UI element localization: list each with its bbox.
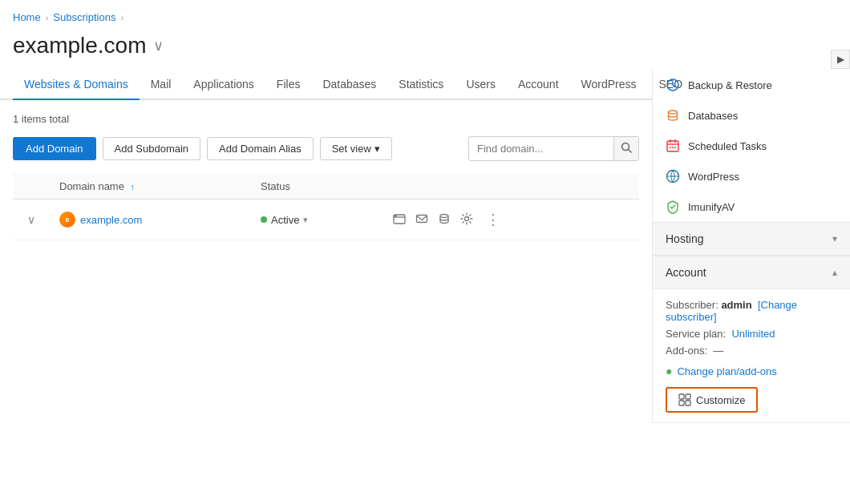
sidebar: Backup & Restore Databases	[652, 70, 850, 423]
hosting-chevron-icon: ▾	[832, 233, 837, 244]
row-expand-button[interactable]: ∨	[22, 212, 40, 228]
mail-icon[interactable]	[415, 212, 428, 228]
sidebar-item-databases-label: Databases	[688, 110, 738, 122]
search-input[interactable]	[469, 138, 613, 159]
breadcrumb: Home › Subscriptions ›	[0, 0, 850, 30]
row-actions-cell: ⋮	[383, 200, 639, 240]
domain-name-link[interactable]: example.com	[80, 214, 142, 226]
svg-point-7	[669, 111, 678, 114]
add-domain-button[interactable]: Add Domain	[13, 137, 96, 160]
status-dropdown-icon: ▾	[303, 215, 308, 225]
wordpress-icon	[666, 169, 680, 183]
search-button[interactable]	[613, 137, 638, 160]
svg-point-10	[672, 147, 674, 148]
sidebar-collapse-button[interactable]: ▶	[831, 50, 850, 69]
sidebar-item-backup-label: Backup & Restore	[688, 79, 772, 91]
account-section-label: Account	[666, 266, 706, 279]
sidebar-item-wordpress[interactable]: WordPress	[653, 161, 850, 192]
svg-point-9	[670, 147, 671, 148]
customize-button[interactable]: Customize	[666, 387, 758, 413]
search-icon	[621, 142, 632, 153]
tab-files[interactable]: Files	[265, 70, 312, 100]
svg-point-11	[674, 147, 676, 148]
row-status-cell: Active ▾	[251, 200, 382, 240]
status-dot-icon	[261, 216, 267, 223]
page-title-dropdown-icon[interactable]: ∨	[153, 37, 164, 54]
sidebar-item-scheduled-tasks[interactable]: Scheduled Tasks	[653, 131, 850, 161]
status-badge[interactable]: Active ▾	[261, 214, 373, 226]
tab-websites-domains[interactable]: Websites & Domains	[13, 70, 140, 100]
table-header-domain-name[interactable]: Domain name ↑	[50, 174, 251, 200]
sidebar-account-section: Account ▴ Subscriber: admin [Change subs…	[653, 256, 850, 423]
set-view-arrow-icon: ▾	[374, 143, 380, 155]
sidebar-item-imunifyav[interactable]: ImunifyAV	[653, 192, 850, 222]
change-plan-icon: ●	[666, 365, 672, 377]
subscriber-name: admin	[721, 299, 751, 311]
database-icon[interactable]	[438, 212, 451, 228]
breadcrumb-sep-1: ›	[46, 13, 49, 22]
toolbar: Add Domain Add Subdomain Add Domain Alia…	[13, 136, 639, 161]
svg-rect-13	[679, 394, 684, 399]
settings-icon[interactable]	[460, 212, 473, 228]
backup-icon	[666, 78, 680, 92]
subscriber-label: Subscriber:	[666, 299, 718, 311]
breadcrumb-home[interactable]: Home	[13, 11, 41, 23]
content-area: Websites & Domains Mail Applications Fil…	[0, 70, 652, 423]
tab-statistics[interactable]: Statistics	[387, 70, 455, 100]
tab-mail[interactable]: Mail	[140, 70, 183, 100]
svg-point-5	[464, 216, 468, 220]
tab-databases[interactable]: Databases	[311, 70, 387, 100]
set-view-button[interactable]: Set view ▾	[320, 137, 392, 160]
account-section-header[interactable]: Account ▴	[653, 256, 850, 289]
customize-row: Customize	[666, 381, 837, 413]
addons-value: —	[713, 345, 723, 357]
sidebar-hosting-section: Hosting ▾	[653, 223, 850, 256]
tab-account[interactable]: Account	[507, 70, 570, 100]
service-plan-link[interactable]: Unlimited	[731, 328, 775, 340]
add-domain-alias-button[interactable]: Add Domain Alias	[207, 137, 314, 160]
addons-row: Add-ons: —	[666, 345, 837, 357]
svg-point-4	[440, 214, 448, 217]
tab-applications[interactable]: Applications	[182, 70, 265, 100]
sidebar-item-backup[interactable]: Backup & Restore	[653, 70, 850, 100]
svg-rect-16	[686, 401, 690, 405]
account-chevron-icon: ▴	[832, 267, 837, 278]
tab-users[interactable]: Users	[455, 70, 507, 100]
svg-rect-3	[416, 215, 427, 222]
breadcrumb-subscriptions[interactable]: Subscriptions	[53, 11, 115, 23]
addons-label: Add-ons:	[666, 345, 707, 357]
sidebar-item-imunifyav-label: ImunifyAV	[688, 201, 735, 213]
search-box	[468, 136, 639, 161]
imunifyav-icon	[666, 200, 680, 214]
domain-table: Domain name ↑ Status ∨ e	[13, 174, 639, 240]
svg-rect-8	[667, 141, 678, 151]
scheduled-tasks-icon	[666, 139, 680, 153]
items-total: 1 items total	[13, 113, 639, 125]
table-header-status: Status	[251, 174, 382, 200]
sort-arrow-icon: ↑	[131, 182, 136, 192]
account-content: Subscriber: admin [Change subscriber] Se…	[653, 289, 850, 422]
breadcrumb-sep-2: ›	[120, 13, 123, 22]
svg-rect-15	[679, 401, 684, 405]
customize-icon	[678, 393, 691, 406]
table-header-actions	[383, 174, 639, 200]
change-plan-link[interactable]: Change plan/add-ons	[677, 365, 776, 377]
service-plan-row: Service plan: Unlimited	[666, 328, 837, 340]
sidebar-item-wordpress-label: WordPress	[688, 171, 739, 183]
tab-bar: Websites & Domains Mail Applications Fil…	[0, 70, 652, 100]
page-title: example.com	[13, 33, 147, 58]
svg-line-1	[629, 150, 632, 153]
add-subdomain-button[interactable]: Add Subdomain	[103, 137, 201, 160]
file-manager-icon[interactable]	[393, 212, 406, 228]
hosting-section-label: Hosting	[666, 232, 703, 245]
hosting-section-header[interactable]: Hosting ▾	[653, 223, 850, 256]
sidebar-top-section: Backup & Restore Databases	[653, 70, 850, 223]
tab-wordpress[interactable]: WordPress	[570, 70, 648, 100]
status-label: Active	[271, 214, 299, 226]
row-domain-name-cell: e example.com	[50, 200, 251, 240]
table-row: ∨ e example.com Active	[13, 200, 639, 240]
change-plan-row: ● Change plan/add-ons	[666, 361, 837, 381]
sidebar-item-databases[interactable]: Databases	[653, 100, 850, 131]
more-actions-button[interactable]: ⋮	[483, 209, 504, 230]
row-expand-cell: ∨	[13, 200, 50, 240]
